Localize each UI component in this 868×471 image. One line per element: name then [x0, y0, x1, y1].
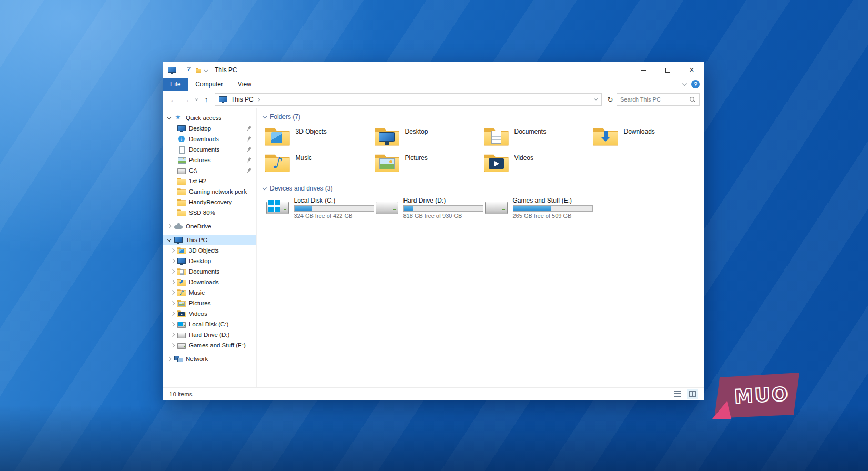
drive-usage-bar: [513, 205, 593, 212]
sidebar-item[interactable]: Desktop: [163, 123, 256, 134]
chevron-right-icon[interactable]: [168, 312, 177, 315]
chevron-right-icon[interactable]: [168, 249, 177, 252]
breadcrumb[interactable]: This PC: [231, 96, 254, 103]
folder-tile-label: Downloads: [624, 128, 655, 135]
maximize-icon: [665, 68, 670, 73]
folder-tile[interactable]: Documents: [484, 125, 589, 148]
chevron-right-icon[interactable]: [168, 270, 177, 273]
chevron-right-icon[interactable]: [168, 344, 177, 347]
search-input[interactable]: [620, 96, 689, 103]
customize-toolbar-chevron-icon[interactable]: [204, 68, 208, 72]
drive-icon: [265, 197, 290, 217]
details-view-button[interactable]: [672, 389, 683, 399]
sidebar-item[interactable]: Hard Drive (D:): [163, 329, 256, 340]
sidebar-item[interactable]: 1st H2: [163, 176, 256, 186]
search-box: [617, 93, 700, 106]
recent-locations-chevron-icon[interactable]: [193, 99, 200, 100]
sidebar-item[interactable]: Pictures: [163, 298, 256, 308]
folder-icon: [265, 153, 290, 173]
sidebar-item-quick-access[interactable]: Quick access: [163, 113, 256, 123]
refresh-button[interactable]: ↻: [604, 96, 617, 104]
sidebar-item-network[interactable]: Network: [163, 354, 256, 364]
sidebar-item-this-pc[interactable]: This PC: [163, 235, 256, 245]
window-icon: [167, 66, 177, 74]
ribbon-tab[interactable]: View: [230, 78, 259, 91]
folder-tile[interactable]: Desktop: [375, 125, 480, 148]
onedrive-icon: [174, 223, 183, 231]
drive-tile[interactable]: Games and Stuff (E:) 265 GB free of 509 …: [484, 197, 589, 222]
sidebar-item[interactable]: Documents: [163, 266, 256, 277]
sidebar-item[interactable]: Local Disk (C:): [163, 319, 256, 329]
chevron-right-icon[interactable]: [168, 323, 177, 326]
breadcrumb-chevron-icon[interactable]: [256, 97, 260, 101]
chevron-down-icon[interactable]: [165, 239, 174, 241]
search-icon[interactable]: [689, 96, 696, 103]
up-button[interactable]: ↑: [200, 95, 213, 104]
chevron-right-icon[interactable]: [168, 333, 177, 336]
sidebar-item[interactable]: 3D Objects: [163, 245, 256, 256]
chevron-right-icon[interactable]: [168, 302, 177, 305]
drives-section-header[interactable]: Devices and drives (3): [263, 183, 698, 194]
sidebar-item-label: Games and Stuff (E:): [189, 342, 246, 348]
address-dropdown-chevron-icon[interactable]: [594, 97, 598, 101]
sidebar-item[interactable]: HandyRecovery: [163, 197, 256, 207]
sidebar-item[interactable]: SSD 80%: [163, 207, 256, 218]
expand-ribbon-chevron-icon[interactable]: [682, 81, 687, 85]
sidebar-item[interactable]: Desktop: [163, 256, 256, 266]
properties-icon[interactable]: [186, 67, 193, 74]
folder-tile[interactable]: 3D Objects: [265, 125, 370, 148]
ribbon-tab[interactable]: File: [163, 78, 188, 91]
sidebar-item-icon: [177, 310, 186, 318]
minimize-button[interactable]: [631, 62, 655, 78]
status-bar: 10 items: [163, 387, 704, 400]
sidebar-item-label: Desktop: [189, 258, 211, 264]
sidebar-item-icon: [177, 257, 186, 265]
sidebar-item[interactable]: Downloads: [163, 134, 256, 144]
close-button[interactable]: ×: [680, 62, 704, 78]
sidebar-item-onedrive[interactable]: OneDrive: [163, 221, 256, 232]
sidebar-item[interactable]: Music: [163, 287, 256, 298]
pin-icon: [245, 135, 253, 143]
folders-section-header[interactable]: Folders (7): [263, 112, 698, 122]
desktop: { "window": { "title": "This PC" }, "rib…: [0, 0, 868, 471]
sidebar-item[interactable]: Documents: [163, 144, 256, 155]
sidebar-item-label: G:\: [189, 167, 197, 174]
chevron-down-icon[interactable]: [165, 117, 174, 119]
back-button[interactable]: ←: [167, 95, 180, 104]
large-icons-view-button[interactable]: [687, 389, 698, 399]
sidebar-item-label: Pictures: [189, 300, 211, 306]
ribbon-tab[interactable]: Computer: [188, 78, 230, 91]
folder-tile[interactable]: Downloads: [593, 125, 699, 148]
sidebar-item[interactable]: Downloads: [163, 277, 256, 287]
sidebar-item[interactable]: Gaming network performance: [163, 186, 256, 197]
sidebar-item[interactable]: Videos: [163, 308, 256, 319]
help-icon[interactable]: ?: [691, 80, 700, 88]
drive-tile[interactable]: Hard Drive (D:) 818 GB free of 930 GB: [375, 197, 480, 222]
sidebar-item-icon: [177, 198, 186, 206]
drive-info: Hard Drive (D:) 818 GB free of 930 GB: [403, 197, 480, 219]
chevron-right-icon[interactable]: [168, 291, 177, 294]
chevron-right-icon[interactable]: [168, 280, 177, 284]
folder-tile[interactable]: Music: [265, 152, 370, 175]
new-folder-icon[interactable]: [195, 67, 202, 74]
sidebar-item[interactable]: Pictures: [163, 155, 256, 165]
titlebar: This PC ×: [163, 62, 704, 78]
quick-access-children: Desktop Downloads Documents: [163, 123, 256, 218]
folder-tile[interactable]: Videos: [484, 152, 589, 175]
drive-free-space: 818 GB free of 930 GB: [403, 213, 480, 219]
sidebar-item[interactable]: Games and Stuff (E:): [163, 340, 256, 350]
sidebar-item-icon: [177, 268, 186, 276]
drive-tile[interactable]: Local Disk (C:) 324 GB free of 422 GB: [265, 197, 370, 222]
folder-tile[interactable]: Pictures: [375, 152, 480, 175]
forward-button[interactable]: →: [180, 95, 193, 104]
sidebar-item[interactable]: G:\: [163, 165, 256, 176]
maximize-button[interactable]: [655, 62, 680, 78]
chevron-right-icon[interactable]: [165, 357, 174, 360]
chevron-right-icon[interactable]: [165, 225, 174, 228]
address-box[interactable]: This PC: [215, 93, 602, 106]
sidebar-item-icon: [177, 146, 186, 154]
chevron-right-icon[interactable]: [168, 259, 177, 263]
close-icon: ×: [689, 66, 694, 74]
minimize-icon: [641, 70, 646, 71]
folder-tile-label: Desktop: [405, 128, 428, 135]
